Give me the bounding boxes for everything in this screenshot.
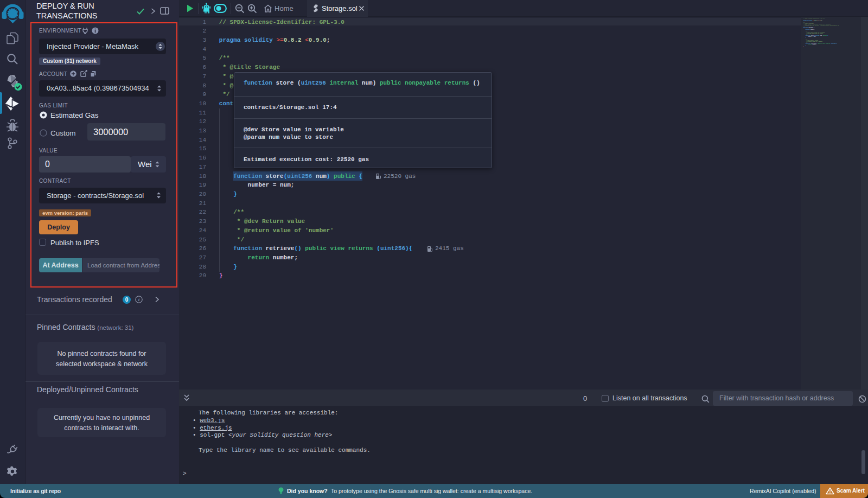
svg-text:i: i [138, 297, 140, 302]
